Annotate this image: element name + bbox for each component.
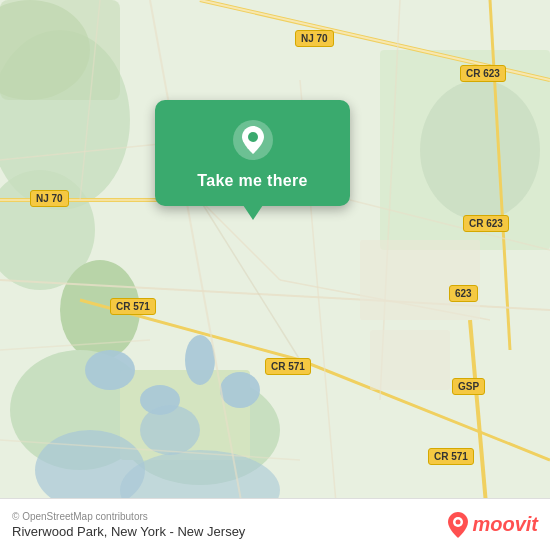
take-me-there-popup[interactable]: Take me there [155,100,350,206]
moovit-logo[interactable]: moovit [447,511,538,539]
svg-point-17 [420,80,540,220]
svg-rect-15 [0,0,120,100]
svg-point-7 [85,350,135,390]
location-pin-icon [231,118,275,162]
svg-point-41 [248,132,258,142]
moovit-text: moovit [472,513,538,536]
moovit-pin-icon [447,511,469,539]
road-label-cr571-left: CR 571 [110,298,156,315]
svg-rect-38 [360,240,480,320]
road-label-nj70-left: NJ 70 [30,190,69,207]
road-label-cr623-top: CR 623 [460,65,506,82]
map-container: NJ 70 NJ 70 CR 623 CR 623 CR 571 CR 571 … [0,0,550,550]
map-background [0,0,550,550]
road-label-cr623-mid: CR 623 [463,215,509,232]
bottom-bar: © OpenStreetMap contributors Riverwood P… [0,498,550,550]
map-attribution: © OpenStreetMap contributors [12,511,245,522]
svg-rect-39 [370,330,450,390]
road-label-gsp: GSP [452,378,485,395]
road-label-cr571-mid: CR 571 [265,358,311,375]
location-title: Riverwood Park, New York - New Jersey [12,524,245,539]
take-me-there-label: Take me there [197,172,307,190]
road-label-cr571-right: CR 571 [428,448,474,465]
svg-point-10 [220,372,260,408]
svg-point-9 [185,335,215,385]
svg-point-43 [456,519,461,524]
road-label-623: 623 [449,285,478,302]
svg-point-11 [140,405,200,455]
road-label-nj70-top: NJ 70 [295,30,334,47]
